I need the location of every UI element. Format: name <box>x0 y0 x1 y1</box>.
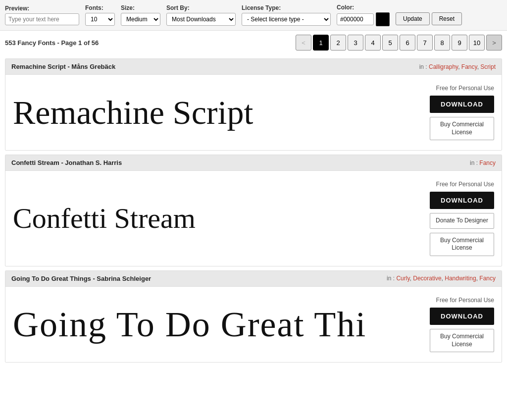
font-card-2-title: Confetti Stream - Jonathan S. Harris <box>11 159 122 166</box>
font-preview-text-3: Going To Do Great Thi <box>13 307 366 342</box>
font-card-3-body: Going To Do Great Thi Free for Personal … <box>5 287 502 362</box>
page-8-button[interactable]: 8 <box>434 35 450 51</box>
font-actions-2: Free for Personal Use DOWNLOAD Donate To… <box>430 181 494 256</box>
license-select[interactable]: - Select license type - Free Commercial <box>242 13 331 26</box>
page-2-button[interactable]: 2 <box>330 35 346 51</box>
prev-page-button[interactable]: < <box>296 35 311 51</box>
toolbar: Preview: Fonts: 10 20 50 Size: Small Med… <box>0 0 507 31</box>
font-preview-3: Going To Do Great Thi <box>13 305 425 344</box>
size-label: Size: <box>121 4 160 11</box>
download-button-3[interactable]: DOWNLOAD <box>430 308 494 325</box>
font-actions-1: Free for Personal Use DOWNLOAD Buy Comme… <box>430 85 494 140</box>
page-9-button[interactable]: 9 <box>452 35 467 51</box>
sort-label: Sort By: <box>166 4 236 11</box>
category-link-calligraphy[interactable]: Calligraphy <box>429 63 458 70</box>
font-card-1: Remachine Script - Måns Grebäck in : Cal… <box>5 58 502 151</box>
category-link-curly[interactable]: Curly <box>396 275 409 282</box>
page-1-button[interactable]: 1 <box>313 35 329 51</box>
sort-select[interactable]: Most Downloads Newest Alphabetical <box>166 13 236 26</box>
reset-button[interactable]: Reset <box>432 12 462 25</box>
license-text-2: Free for Personal Use <box>430 181 494 188</box>
font-preview-1: Remachine Script <box>13 93 425 132</box>
preview-label: Preview: <box>5 5 79 12</box>
font-preview-text-2: Confetti Stream <box>13 204 196 233</box>
categories-prefix-1: in : <box>419 63 429 70</box>
category-link-fancy-1[interactable]: Fancy <box>461 63 477 70</box>
size-select[interactable]: Small Medium Large <box>121 13 160 26</box>
page-4-button[interactable]: 4 <box>365 35 381 51</box>
font-card-2: Confetti Stream - Jonathan S. Harris in … <box>5 155 502 266</box>
categories-prefix-2: in : <box>470 159 479 166</box>
font-card-1-title: Remachine Script - Måns Grebäck <box>11 63 115 70</box>
preview-input[interactable] <box>5 13 79 25</box>
license-label: License Type: <box>242 4 331 11</box>
font-card-3-title: Going To Do Great Things - Sabrina Schle… <box>11 275 151 282</box>
download-button-1[interactable]: DOWNLOAD <box>430 96 494 113</box>
font-card-3-header: Going To Do Great Things - Sabrina Schle… <box>5 271 502 287</box>
font-preview-text-1: Remachine Script <box>13 96 253 129</box>
update-button[interactable]: Update <box>396 12 430 25</box>
category-link-decorative[interactable]: Decorative <box>413 275 441 282</box>
category-link-fancy-2[interactable]: Fancy <box>479 159 496 166</box>
donate-button-2[interactable]: Donate To Designer <box>430 213 494 229</box>
download-button-2[interactable]: DOWNLOAD <box>430 192 494 209</box>
category-link-handwriting[interactable]: Handwriting <box>445 275 476 282</box>
font-card-2-body: Confetti Stream Free for Personal Use DO… <box>5 171 502 266</box>
license-text-1: Free for Personal Use <box>430 85 494 92</box>
color-row <box>337 12 390 26</box>
next-page-button[interactable]: > <box>486 35 502 51</box>
font-card-2-header: Confetti Stream - Jonathan S. Harris in … <box>5 155 502 171</box>
page-6-button[interactable]: 6 <box>400 35 415 51</box>
license-group: License Type: - Select license type - Fr… <box>242 4 331 26</box>
font-card-1-header: Remachine Script - Måns Grebäck in : Cal… <box>5 59 502 75</box>
size-group: Size: Small Medium Large <box>121 4 160 26</box>
license-text-3: Free for Personal Use <box>430 297 494 304</box>
page-info: 553 Fancy Fonts - Page 1 of 56 <box>5 39 293 47</box>
page-10-button[interactable]: 10 <box>469 35 485 51</box>
font-preview-2: Confetti Stream <box>13 199 425 238</box>
page-3-button[interactable]: 3 <box>348 35 363 51</box>
font-card-3: Going To Do Great Things - Sabrina Schle… <box>5 270 502 363</box>
categories-prefix-3: in : <box>387 275 396 282</box>
font-actions-3: Free for Personal Use DOWNLOAD Buy Comme… <box>430 297 494 352</box>
fonts-select[interactable]: 10 20 50 <box>85 13 115 26</box>
buy-license-button-2[interactable]: Buy CommercialLicense <box>430 233 494 256</box>
color-label: Color: <box>337 4 390 11</box>
buy-license-button-1[interactable]: Buy CommercialLicense <box>430 117 494 140</box>
font-card-1-body: Remachine Script Free for Personal Use D… <box>5 75 502 150</box>
color-text-input[interactable] <box>337 13 374 25</box>
font-card-2-categories: in : Fancy <box>470 159 496 166</box>
color-swatch[interactable] <box>376 12 390 26</box>
page-nav: < 1 2 3 4 5 6 7 8 9 10 > <box>296 35 502 51</box>
pagination-bar: 553 Fancy Fonts - Page 1 of 56 < 1 2 3 4… <box>0 31 507 54</box>
page-7-button[interactable]: 7 <box>417 35 433 51</box>
font-card-1-categories: in : Calligraphy, Fancy, Script <box>419 63 496 70</box>
sort-group: Sort By: Most Downloads Newest Alphabeti… <box>166 4 236 26</box>
category-link-fancy-3[interactable]: Fancy <box>479 275 496 282</box>
preview-group: Preview: <box>5 5 79 25</box>
font-card-3-categories: in : Curly, Decorative, Handwriting, Fan… <box>387 275 496 282</box>
fonts-group: Fonts: 10 20 50 <box>85 4 115 26</box>
buy-license-button-3[interactable]: Buy CommercialLicense <box>430 329 494 352</box>
fonts-label: Fonts: <box>85 4 115 11</box>
category-link-script[interactable]: Script <box>480 63 496 70</box>
color-group: Color: <box>337 4 390 26</box>
page-5-button[interactable]: 5 <box>382 35 398 51</box>
